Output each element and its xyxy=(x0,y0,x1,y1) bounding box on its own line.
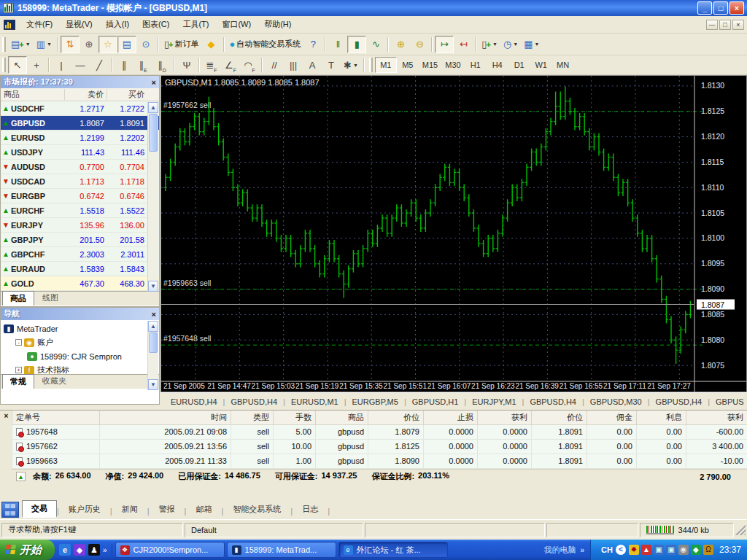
periods-dropdown[interactable]: ◷▼ xyxy=(500,36,521,53)
orders-column-1[interactable]: 时间 xyxy=(100,411,231,424)
indicators-dropdown[interactable]: ▯+▼ xyxy=(479,36,500,53)
parallel-lines-button[interactable]: // xyxy=(265,56,284,74)
alert-tray-icon[interactable]: ✸ xyxy=(629,545,639,555)
language-indicator[interactable]: CH xyxy=(601,545,613,554)
terminal-tab-5[interactable]: 智能交易系统 xyxy=(223,501,290,518)
alert-icon[interactable]: ◆ xyxy=(202,36,221,53)
order-row-1957662[interactable]: 19576622005.09.21 13:56sell10.00gbpusd1.… xyxy=(12,439,747,454)
trendline-button[interactable]: ╱ xyxy=(90,56,109,74)
terminal-tab-0[interactable]: 交易 xyxy=(22,500,57,518)
tree-item[interactable]: ▮MetaTrader xyxy=(1,322,159,335)
market-watch-row-audusd[interactable]: ▼AUDUSD0.77000.7704 xyxy=(1,160,159,174)
orders-column-10[interactable]: 利息 xyxy=(637,411,686,424)
zoom-in-button[interactable]: ⊕ xyxy=(391,36,410,53)
scroll-up-icon[interactable]: ▲ xyxy=(148,321,158,332)
market-watch-row-eurgbp[interactable]: ▼EURGBP0.67420.6746 xyxy=(1,189,159,203)
mdi-close-button[interactable]: × xyxy=(732,20,744,30)
arrows-dropdown[interactable]: ✱▼ xyxy=(341,56,361,74)
audio-tray-icon[interactable]: ◉ xyxy=(678,545,689,555)
market-watch-row-usdjpy[interactable]: ▲USDJPY111.43111.46 xyxy=(1,145,159,160)
mdi-restore-button[interactable]: □ xyxy=(719,20,731,30)
navigator-toggle[interactable]: ▤ xyxy=(117,36,136,53)
taskbar-task-0[interactable]: ❖CJR2000!Sempron... xyxy=(115,542,225,558)
zoom-out-button[interactable]: ⊖ xyxy=(410,36,429,53)
band-chevron-icon[interactable]: » xyxy=(581,546,585,554)
new-chart-button[interactable]: ▤+▼ xyxy=(8,36,34,53)
pitchfork-button[interactable]: Ψ xyxy=(177,56,196,74)
autoscroll-toggle[interactable]: ↦ xyxy=(435,36,454,53)
fibo-fan-button[interactable]: ∠F xyxy=(221,56,240,74)
ie-icon[interactable]: e xyxy=(59,544,71,556)
market-watch-row-gbpjpy[interactable]: ▲GBPJPY201.50201.58 xyxy=(1,233,159,247)
menu-item-0[interactable]: 文件(F) xyxy=(20,17,59,31)
col-symbol[interactable]: 商品 xyxy=(1,89,65,100)
help-button[interactable]: ? xyxy=(303,36,322,53)
orders-column-0[interactable]: 定单号 xyxy=(12,411,100,424)
timeframe-h1[interactable]: H1 xyxy=(465,57,487,73)
menu-item-2[interactable]: 插入(I) xyxy=(99,17,136,31)
orders-column-3[interactable]: 手数 xyxy=(274,411,316,424)
media-icon[interactable]: ◆ xyxy=(74,544,85,556)
profiles-button[interactable]: ▥▼ xyxy=(34,36,55,53)
network1-tray-icon[interactable]: ▣ xyxy=(654,545,664,555)
timeframe-mn[interactable]: MN xyxy=(552,57,574,73)
fibo-arcs-button[interactable]: ◠F xyxy=(240,56,259,74)
timeframe-m30[interactable]: M30 xyxy=(441,57,464,73)
terminal-tab-6[interactable]: 日志 xyxy=(293,501,328,518)
expand-arrow-icon[interactable]: ▲ xyxy=(16,472,26,481)
market-watch-scrollbar[interactable]: ▲ ▼ xyxy=(147,102,158,292)
tree-item[interactable]: -◉账户 xyxy=(1,335,159,349)
crosshair-window-button[interactable]: ⊕ xyxy=(80,36,98,53)
navigator-scrollbar[interactable]: ▲ ▼ xyxy=(147,321,158,390)
chart-tab-eurgbp-m5[interactable]: EURGBP,M5 xyxy=(347,395,404,408)
order-row-1959663[interactable]: 19596632005.09.21 11:33sell1.00gbpusd1.8… xyxy=(12,454,747,468)
toolbar-grip[interactable] xyxy=(2,58,6,72)
maximize-button[interactable]: □ xyxy=(713,1,728,15)
fibo-channel-d-button[interactable]: ∥D xyxy=(152,56,171,74)
order-row-1957648[interactable]: 19576482005.09.21 09:08sell5.00gbpusd1.8… xyxy=(12,424,747,439)
tree-item[interactable]: ●158999: CJR Sempron xyxy=(1,349,159,363)
fibo-retracement-button[interactable]: ≣F xyxy=(202,56,221,74)
bar-chart-button[interactable]: ‖ xyxy=(328,36,347,53)
market-watch-tab-商品[interactable]: 商品 xyxy=(2,291,34,306)
menu-item-6[interactable]: 帮助(H) xyxy=(258,17,298,31)
market-watch-toggle[interactable]: ⇅ xyxy=(61,36,80,53)
chart-tab-gbpusd-h1[interactable]: GBPUSD,H1 xyxy=(406,395,465,408)
market-watch-row-usdcad[interactable]: ▼USDCAD1.17131.1718 xyxy=(1,174,159,189)
equidistant-channel-button[interactable]: ∥ xyxy=(115,56,133,74)
scroll-up-icon[interactable]: ▲ xyxy=(148,102,158,113)
quick-launch-chevron-icon[interactable]: » xyxy=(103,546,107,554)
app-icon[interactable]: ♟ xyxy=(88,544,100,556)
col-ask[interactable]: 买价 xyxy=(107,89,147,100)
my-computer-label[interactable]: 我的电脑 xyxy=(544,545,576,556)
cursor-button[interactable]: ↖ xyxy=(8,56,27,74)
scroll-down-icon[interactable]: ▼ xyxy=(148,379,158,390)
scroll-down-icon[interactable]: ▼ xyxy=(148,281,158,292)
chart-window-gbpusd-m1[interactable]: 1.80751.80801.80851.80901.80951.81001.81… xyxy=(160,75,747,392)
col-bid[interactable]: 卖价 xyxy=(65,89,107,100)
chart-tab-gbpusd-h4[interactable]: GBPUSD,H4 xyxy=(225,395,283,408)
network2-tray-icon[interactable]: ▣ xyxy=(666,545,676,555)
clock[interactable]: 23:37 xyxy=(716,545,741,555)
boat-tray-icon[interactable]: ▲ xyxy=(641,545,651,555)
market-watch-row-usdchf[interactable]: ▲USDCHF1.27171.2722 xyxy=(1,101,159,116)
crosshair-button[interactable]: + xyxy=(27,56,46,74)
start-button[interactable]: 开始 xyxy=(0,540,55,560)
docked-panel-icon[interactable]: ▦▦▦▦ xyxy=(1,502,19,518)
chart-tab-gbpusd-h4[interactable]: GBPUSD,H4 xyxy=(524,395,582,408)
toolbar-grip[interactable] xyxy=(369,58,373,72)
terminal-close-icon[interactable]: × xyxy=(1,412,11,421)
chart-tab-eurusd-m1[interactable]: EURUSD,M1 xyxy=(285,395,344,408)
new-order-button[interactable]: ▯+新订单 xyxy=(161,36,202,53)
scroll-thumb[interactable] xyxy=(149,332,158,353)
tree-item[interactable]: +f技术指标 xyxy=(1,363,159,374)
close-button[interactable]: × xyxy=(729,1,744,15)
orders-column-5[interactable]: 价位 xyxy=(368,411,424,424)
market-watch-close-icon[interactable]: × xyxy=(152,78,156,87)
orders-column-7[interactable]: 获利 xyxy=(478,411,532,424)
terminal-tab-2[interactable]: 新闻 xyxy=(112,501,147,518)
orders-column-4[interactable]: 商品 xyxy=(316,411,368,424)
terminal-tab-4[interactable]: 邮箱 xyxy=(186,501,221,518)
autotrading-button[interactable]: ●自动智能交易系统 xyxy=(227,36,304,53)
chart-shift-button[interactable]: ↤ xyxy=(454,36,473,53)
